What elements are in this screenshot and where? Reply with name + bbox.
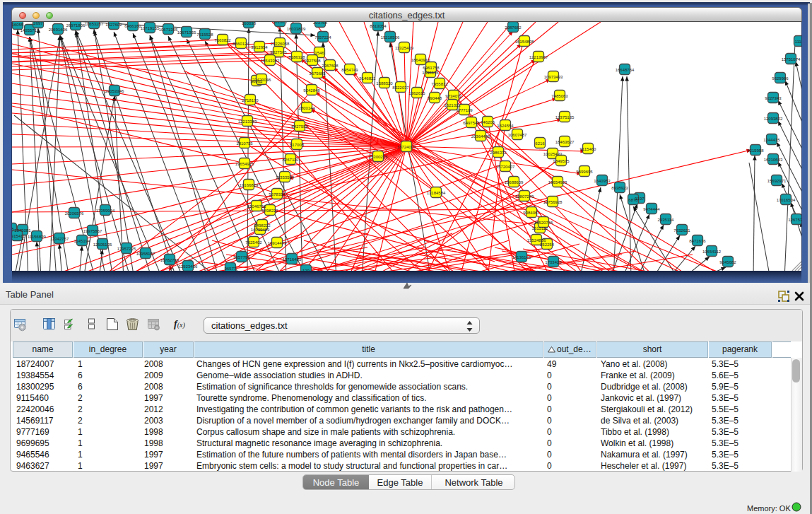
svg-text:9657791: 9657791 [233, 255, 250, 259]
svg-text:1244415: 1244415 [763, 138, 780, 142]
svg-text:16210643: 16210643 [764, 158, 783, 162]
svg-text:7663822: 7663822 [214, 38, 231, 42]
svg-text:16033809: 16033809 [287, 27, 306, 31]
svg-text:12505135: 12505135 [93, 243, 112, 247]
svg-text:2087682: 2087682 [505, 25, 522, 30]
svg-text:9327508: 9327508 [304, 59, 321, 63]
svg-text:19654923: 19654923 [548, 180, 567, 185]
svg-text:10688609: 10688609 [505, 180, 524, 185]
svg-text:8322037: 8322037 [392, 86, 409, 90]
svg-text:20206576: 20206576 [65, 211, 84, 216]
svg-text:2367608: 2367608 [322, 64, 339, 68]
svg-text:16782759: 16782759 [160, 258, 180, 262]
svg-text:10025433: 10025433 [543, 152, 563, 156]
svg-text:29053346: 29053346 [105, 89, 124, 93]
svg-text:1845081: 1845081 [14, 228, 31, 233]
svg-text:18807249: 18807249 [515, 194, 534, 199]
svg-text:1145194: 1145194 [74, 239, 91, 243]
svg-text:15716485: 15716485 [283, 257, 302, 262]
svg-text:2803144: 2803144 [298, 106, 315, 110]
svg-text:7485063: 7485063 [551, 94, 568, 98]
svg-text:23226058: 23226058 [271, 42, 290, 46]
svg-text:12375135: 12375135 [555, 115, 575, 119]
svg-text:96577: 96577 [225, 267, 237, 271]
svg-text:11353594: 11353594 [276, 175, 295, 180]
svg-text:7357224: 7357224 [314, 35, 331, 40]
svg-text:1640953: 1640953 [594, 179, 611, 183]
svg-text:10671355: 10671355 [159, 28, 178, 32]
svg-text:9327505: 9327505 [270, 50, 287, 54]
svg-text:1546: 1546 [314, 51, 324, 55]
svg-text:10607487: 10607487 [508, 133, 527, 137]
svg-text:14136141: 14136141 [512, 255, 531, 259]
svg-text:11325419: 11325419 [395, 46, 414, 50]
svg-text:6878: 6878 [628, 198, 638, 202]
svg-text:3675685: 3675685 [309, 71, 326, 76]
svg-text:1849575: 1849575 [553, 159, 570, 163]
svg-text:14055717: 14055717 [20, 28, 40, 33]
svg-text:3912954: 3912954 [251, 45, 268, 49]
svg-text:9115460: 9115460 [580, 147, 597, 151]
svg-text:203768: 203768 [313, 22, 328, 25]
svg-text:3915411: 3915411 [12, 234, 25, 238]
svg-text:817008: 817008 [290, 143, 305, 147]
svg-text:8186328: 8186328 [288, 55, 305, 59]
svg-text:1362615: 1362615 [408, 91, 425, 95]
svg-text:252254: 252254 [540, 243, 555, 247]
svg-text:17359924: 17359924 [96, 209, 115, 213]
svg-text:10654112: 10654112 [702, 250, 722, 254]
svg-text:9777109: 9777109 [456, 108, 473, 112]
svg-text:1588520: 1588520 [376, 81, 393, 86]
svg-text:1733426: 1733426 [545, 260, 562, 264]
svg-text:15720407: 15720407 [496, 165, 515, 169]
svg-text:2697: 2697 [33, 22, 43, 25]
svg-text:19218506: 19218506 [381, 35, 400, 40]
svg-text:12213383: 12213383 [238, 119, 257, 124]
svg-text:10719155: 10719155 [141, 26, 160, 30]
svg-text:9227343: 9227343 [765, 96, 782, 100]
svg-text:6216: 6216 [535, 141, 545, 146]
svg-text:9329966: 9329966 [772, 76, 789, 81]
svg-text:9734072: 9734072 [445, 94, 462, 98]
svg-text:9084067: 9084067 [523, 211, 540, 215]
svg-text:881305: 881305 [273, 22, 288, 24]
svg-text:9146821: 9146821 [359, 76, 376, 81]
svg-text:7515528: 7515528 [196, 33, 213, 37]
svg-text:1117: 1117 [795, 40, 801, 44]
svg-text:8660124: 8660124 [233, 42, 249, 46]
svg-text:8938923: 8938923 [611, 186, 628, 190]
svg-text:8813054: 8813054 [370, 24, 387, 28]
svg-text:8215958: 8215958 [747, 148, 764, 153]
svg-text:19975867: 19975867 [83, 229, 102, 233]
svg-text:1527602: 1527602 [105, 23, 122, 27]
svg-text:2718170: 2718170 [242, 98, 259, 103]
svg-text:20691406: 20691406 [49, 28, 68, 32]
svg-text:6497548: 6497548 [463, 121, 480, 125]
svg-text:15751074: 15751074 [782, 57, 801, 62]
svg-text:17016504: 17016504 [777, 198, 796, 202]
svg-text:18724007: 18724007 [397, 145, 416, 149]
svg-text:990448: 990448 [428, 96, 442, 100]
svg-text:16914479: 16914479 [268, 241, 287, 245]
svg-text:2986372: 2986372 [490, 151, 507, 155]
svg-text:5498222: 5498222 [261, 209, 278, 213]
svg-text:10958107: 10958107 [136, 252, 155, 256]
svg-text:9474444: 9474444 [643, 207, 660, 211]
svg-text:1621022: 1621022 [444, 103, 461, 107]
svg-text:19654925: 19654925 [235, 162, 254, 166]
svg-text:7632621: 7632621 [673, 228, 690, 233]
svg-text:1696176: 1696176 [422, 71, 439, 75]
svg-text:8454749: 8454749 [341, 68, 358, 72]
svg-text:1267533: 1267533 [788, 218, 801, 222]
svg-text:12093822: 12093822 [764, 117, 783, 121]
svg-text:15692971: 15692971 [767, 179, 787, 183]
svg-text:18463627: 18463627 [555, 140, 575, 144]
svg-text:6961758: 6961758 [423, 66, 440, 70]
svg-text:16648764: 16648764 [616, 68, 635, 72]
svg-text:13184584: 13184584 [427, 191, 446, 195]
svg-text:8427552: 8427552 [291, 124, 308, 129]
svg-text:1615112: 1615112 [532, 226, 549, 230]
svg-text:16543362: 16543362 [261, 59, 280, 63]
svg-text:14099489: 14099489 [251, 228, 270, 232]
svg-text:18640910: 18640910 [411, 58, 430, 62]
